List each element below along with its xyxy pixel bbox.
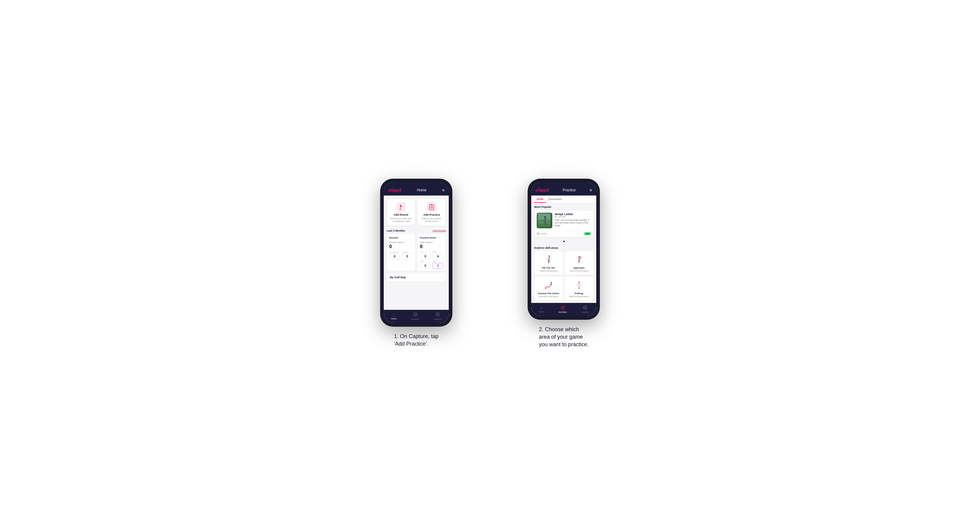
- approach-desc: Dial-in to hit the green: [570, 270, 589, 272]
- nav-capture-1[interactable]: Capture: [434, 312, 442, 320]
- nav-capture-2[interactable]: Capture: [582, 305, 589, 313]
- app-header-1: clippd Home ≡: [384, 185, 449, 195]
- skill-around-the-green[interactable]: Around The Green Hone your short game: [534, 277, 563, 300]
- putting-title: Putting: [575, 292, 583, 295]
- menu-icon-2[interactable]: ≡: [590, 188, 592, 192]
- drills-capture-label: Drills Capture: [420, 241, 443, 243]
- svg-point-22: [548, 262, 549, 263]
- home-label-1: Home: [391, 317, 397, 320]
- rounds-capture-value: 0: [389, 244, 413, 249]
- putt-label: PUTT: [433, 260, 443, 262]
- atg-desc: Hone your short game: [539, 295, 558, 297]
- nav-home-1[interactable]: ⌂ Home: [391, 312, 397, 320]
- skill-off-the-tee[interactable]: Off The Tee Power and accuracy: [534, 251, 563, 275]
- featured-thumbnail: [537, 213, 552, 228]
- action-cards-row: Add Round Record your shots fast or enha…: [384, 195, 449, 228]
- drills-capture-value: 8: [420, 244, 443, 249]
- ott-label: OTT: [420, 251, 431, 253]
- off-the-tee-icon: [543, 254, 554, 265]
- add-practice-card[interactable]: Add Practice Capture your practice off-t…: [417, 199, 446, 225]
- featured-card[interactable]: Wedge Ladder ☆ 50–100 yds Play 1 shot at…: [534, 210, 593, 237]
- stats-grid: Rounds Rounds Capture 0 Tournament 0 Pra…: [384, 234, 449, 273]
- svg-point-1: [399, 209, 401, 210]
- bottom-nav-1: ⌂ Home Activities: [384, 310, 449, 323]
- shots-label-text: 9 shots: [540, 233, 547, 235]
- tournament-label: Tournament: [389, 251, 400, 253]
- svg-rect-2: [430, 205, 434, 210]
- off-the-tee-title: Off The Tee: [542, 267, 555, 269]
- add-round-card[interactable]: Add Round Record your shots fast or enha…: [387, 199, 415, 225]
- nav-activities-1[interactable]: Activities: [411, 312, 420, 320]
- home-label-2: Home: [538, 311, 544, 313]
- capture-icon-1: [436, 312, 440, 317]
- tabs-bar: Drills Favourites: [531, 195, 596, 203]
- caption-2: 2. Choose whicharea of your gameyou want…: [539, 326, 589, 349]
- golf-bag-row[interactable]: My Golf Bag ›: [387, 273, 446, 281]
- add-round-title: Add Round: [394, 213, 409, 216]
- activities-label-2: Activities: [558, 311, 567, 313]
- arg-label: ARG: [420, 260, 431, 262]
- app-stat: APP 4: [433, 251, 443, 259]
- most-popular-title: Most Popular: [531, 203, 596, 210]
- practice-label: Practice: [402, 251, 413, 253]
- practice-value: 0: [402, 254, 413, 259]
- svg-point-35: [561, 306, 565, 309]
- app-header-2: clippd Practice ≡: [531, 185, 596, 195]
- putting-icon: [574, 280, 584, 290]
- dots-indicator: [531, 240, 596, 244]
- app-value: 4: [433, 254, 443, 259]
- featured-title-row: Wedge Ladder ☆: [555, 213, 591, 216]
- add-practice-icon: [427, 202, 436, 212]
- header-title-1: Home: [417, 188, 426, 192]
- atg-title: Around The Green: [538, 292, 559, 295]
- tournament-value: 0: [389, 254, 400, 259]
- around-the-green-icon: [543, 280, 554, 290]
- svg-rect-12: [538, 224, 550, 227]
- phone-1-frame: clippd Home ≡: [380, 179, 452, 327]
- view-activity-link[interactable]: View Activity: [433, 229, 446, 232]
- svg-point-13: [544, 216, 546, 218]
- phone-2-frame: clippd Practice ≡ Drills Favourites Most…: [528, 179, 600, 320]
- shots-count: 9 shots: [537, 232, 547, 235]
- svg-point-6: [414, 313, 417, 316]
- featured-footer: 9 shots APP: [534, 231, 593, 237]
- nav-home-2[interactable]: ⌂ Home: [538, 305, 544, 313]
- svg-point-23: [549, 256, 550, 257]
- svg-point-34: [579, 281, 580, 283]
- header-title-2: Practice: [563, 188, 576, 192]
- svg-point-28: [547, 286, 548, 287]
- approach-icon: [574, 254, 584, 265]
- tournament-stat: Tournament 0: [389, 251, 400, 259]
- logo-1: clippd: [388, 188, 401, 192]
- bottom-nav-2: ⌂ Home Activities: [531, 303, 596, 316]
- app-badge: APP: [584, 232, 591, 235]
- off-the-tee-desc: Power and accuracy: [540, 270, 557, 272]
- home-icon-1: ⌂: [393, 312, 395, 317]
- featured-drill-title: Wedge Ladder: [555, 213, 573, 216]
- add-round-desc: Record your shots fast or enhanced mode: [389, 217, 413, 222]
- tab-favourites[interactable]: Favourites: [546, 195, 565, 203]
- svg-point-24: [579, 261, 580, 263]
- menu-icon-1[interactable]: ≡: [442, 188, 445, 192]
- chevron-right-icon: ›: [442, 276, 443, 279]
- drills-sub-stats: OTT 0 APP 4: [420, 251, 443, 259]
- phone-2-screen: clippd Practice ≡ Drills Favourites Most…: [531, 182, 596, 316]
- skill-putting[interactable]: Putting Make and lag practice: [565, 277, 593, 300]
- putting-desc: Make and lag practice: [570, 295, 589, 297]
- tab-drills[interactable]: Drills: [534, 195, 546, 203]
- rounds-capture-label: Rounds Capture: [389, 241, 413, 243]
- practice-stat: Practice 0: [402, 251, 413, 259]
- skill-approach[interactable]: Approach Dial-in to hit the green: [565, 251, 593, 275]
- approach-title: Approach: [573, 267, 584, 269]
- add-practice-title: Add Practice: [423, 213, 440, 216]
- star-icon[interactable]: ☆: [589, 213, 591, 216]
- rounds-title: Rounds: [389, 237, 413, 240]
- drills-title: Practice Drills: [420, 237, 443, 240]
- nav-activities-2[interactable]: Activities: [558, 305, 567, 313]
- dot-3: [566, 241, 567, 242]
- activities-icon-2: [561, 305, 565, 310]
- capture-icon-2: [583, 305, 587, 310]
- caption-1: 1. On Capture, tap'Add Practice'.: [394, 333, 439, 348]
- svg-point-27: [545, 287, 546, 289]
- add-practice-desc: Capture your practice off-the-course: [420, 217, 443, 222]
